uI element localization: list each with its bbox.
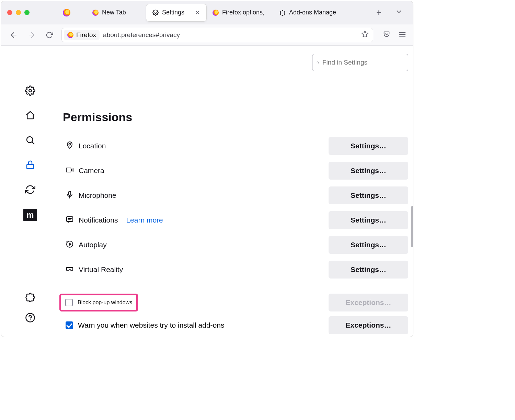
firefox-icon [213, 10, 219, 16]
chevron-down-icon[interactable] [395, 8, 403, 18]
scrollbar-thumb[interactable] [411, 206, 413, 247]
tab-label: Settings [162, 9, 184, 16]
sidebar-search-icon[interactable] [25, 135, 36, 146]
section-title: Permissions [63, 111, 408, 124]
warn-addons-label: Warn you when websites try to install ad… [78, 321, 224, 329]
notifications-settings-button[interactable]: Settings… [329, 211, 408, 229]
vr-icon [66, 265, 74, 275]
svg-point-13 [317, 62, 318, 63]
settings-main: Permissions Location Settings… Camera Se… [59, 46, 413, 337]
location-settings-button[interactable]: Settings… [329, 137, 408, 155]
maximize-window-button[interactable] [24, 10, 30, 15]
permission-label: Virtual Reality [79, 265, 123, 274]
sidebar-general-icon[interactable] [25, 85, 36, 96]
warn-addons-checkbox[interactable] [66, 321, 73, 329]
firefox-icon [92, 10, 99, 16]
back-button[interactable] [8, 29, 20, 41]
nav-toolbar: Firefox about:preferences#privacy [1, 24, 413, 46]
svg-rect-20 [67, 217, 73, 222]
block-popups-row: Block pop-up windows Exceptions… [63, 294, 408, 311]
search-icon [317, 59, 319, 66]
tab-addons-manager[interactable]: Add-ons Manage [273, 4, 342, 21]
tab-settings[interactable]: Settings ✕ [146, 4, 206, 21]
permission-row-autoplay: Autoplay Settings… [63, 232, 408, 257]
warn-addons-exceptions-button[interactable]: Exceptions… [329, 316, 408, 334]
new-tab-button[interactable]: + [376, 7, 381, 18]
block-popups-checkbox[interactable] [65, 299, 73, 306]
tab-label: Add-ons Manage [289, 9, 336, 16]
notifications-icon [66, 215, 74, 225]
svg-marker-24 [69, 243, 71, 246]
star-icon[interactable] [361, 30, 369, 39]
pocket-icon[interactable] [383, 31, 390, 39]
learn-more-link[interactable]: Learn more [126, 216, 163, 224]
sidebar-extensions-icon[interactable] [25, 292, 36, 303]
svg-marker-3 [362, 31, 368, 37]
tab-label: New Tab [102, 9, 126, 16]
permission-label: Autoplay [79, 241, 107, 249]
forward-button[interactable] [26, 29, 37, 41]
sidebar-privacy-icon[interactable] [25, 159, 36, 170]
permission-row-notifications: Notifications Learn more Settings… [63, 208, 408, 232]
settings-search[interactable] [312, 54, 408, 71]
svg-point-15 [69, 143, 71, 145]
firefox-icon [63, 9, 70, 16]
highlight-annotation: Block pop-up windows [59, 294, 138, 311]
hamburger-menu-icon[interactable] [399, 31, 406, 39]
reload-button[interactable] [44, 29, 55, 41]
sidebar-mozilla-icon[interactable]: m [23, 209, 37, 221]
svg-rect-16 [66, 168, 71, 172]
section-divider [63, 98, 408, 98]
close-window-button[interactable] [7, 10, 12, 15]
identity-label: Firefox [76, 31, 96, 39]
permission-row-microphone: Microphone Settings… [63, 183, 408, 208]
url-text: about:preferences#privacy [103, 31, 180, 39]
svg-point-7 [29, 89, 32, 92]
firefox-icon [67, 32, 73, 38]
minimize-window-button[interactable] [16, 10, 21, 15]
permission-row-vr: Virtual Reality Settings… [63, 257, 408, 282]
permission-row-location: Location Settings… [63, 134, 408, 158]
titlebar: New Tab Settings ✕ Firefox options, Add-… [1, 1, 413, 24]
sidebar-help-icon[interactable] [25, 312, 36, 323]
gear-icon [152, 10, 159, 16]
svg-line-14 [318, 63, 319, 63]
block-popups-exceptions-button[interactable]: Exceptions… [329, 294, 408, 311]
settings-search-input[interactable] [322, 59, 404, 66]
sidebar-home-icon[interactable] [25, 110, 36, 121]
autoplay-icon [66, 240, 74, 250]
identity-box[interactable]: Firefox [64, 30, 100, 40]
block-popups-label: Block pop-up windows [78, 299, 132, 306]
address-bar[interactable]: Firefox about:preferences#privacy [61, 28, 373, 42]
window-controls [7, 10, 30, 15]
vr-settings-button[interactable]: Settings… [329, 261, 408, 279]
warn-addons-row: Warn you when websites try to install ad… [63, 316, 408, 334]
svg-point-0 [155, 12, 157, 13]
location-icon [66, 141, 74, 151]
puzzle-icon [279, 10, 286, 16]
camera-icon [66, 166, 74, 176]
sidebar-sync-icon[interactable] [25, 184, 36, 195]
tab-new-tab[interactable]: New Tab [86, 4, 146, 21]
tab-strip: New Tab Settings ✕ Firefox options, Add-… [86, 1, 342, 24]
svg-rect-10 [27, 164, 34, 169]
permission-row-camera: Camera Settings… [63, 158, 408, 183]
tab-label: Firefox options, [222, 9, 264, 16]
tab-firefox-options[interactable]: Firefox options, [206, 4, 273, 21]
svg-line-9 [32, 142, 34, 144]
settings-sidebar: m [1, 46, 59, 337]
microphone-settings-button[interactable]: Settings… [329, 186, 408, 204]
permission-label: Notifications [79, 216, 118, 224]
camera-settings-button[interactable]: Settings… [329, 162, 408, 180]
permission-label: Camera [79, 167, 104, 175]
autoplay-settings-button[interactable]: Settings… [329, 236, 408, 254]
svg-rect-18 [69, 191, 71, 195]
microphone-icon [66, 191, 74, 201]
svg-point-8 [27, 137, 33, 143]
permission-label: Microphone [79, 191, 116, 200]
close-icon[interactable]: ✕ [195, 9, 200, 16]
permission-label: Location [79, 142, 106, 150]
